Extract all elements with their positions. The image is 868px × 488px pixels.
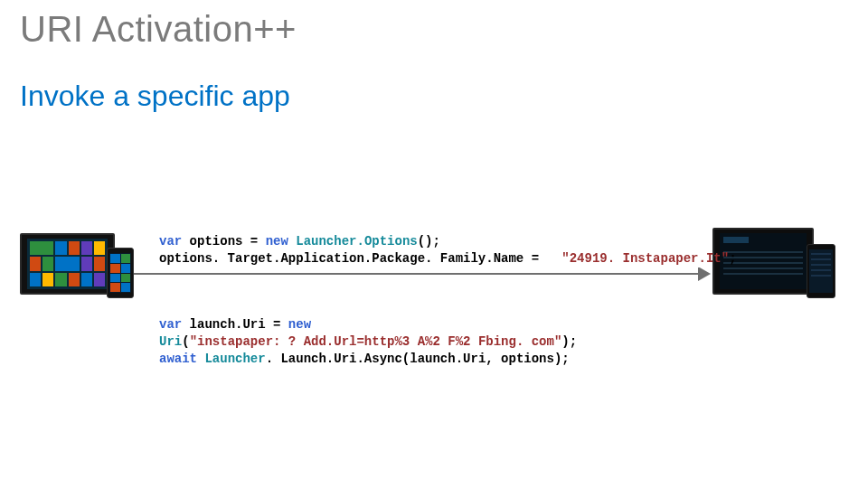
code-type: Uri (159, 334, 182, 349)
source-devices (20, 233, 146, 305)
code-keyword: await (159, 352, 197, 366)
phone-icon (107, 248, 134, 298)
code-text: ( (182, 334, 189, 349)
code-block-2: var launch.Uri = new Uri("instapaper: ? … (157, 316, 667, 368)
code-string: "instapaper: ? Add.Url=http%3 A%2 F%2 Fb… (190, 334, 562, 349)
code-type: Launcher (204, 352, 265, 366)
code-keyword: new (288, 317, 311, 332)
code-string: "24919. Instapaper.It" (561, 251, 729, 266)
code-text: options = (182, 234, 265, 249)
code-text: ; (729, 251, 736, 266)
code-text: options. Target.Application.Package. Fam… (159, 251, 546, 266)
code-text (546, 251, 561, 266)
page-subtitle: Invoke a specific app (20, 80, 290, 113)
code-keyword: new (266, 234, 288, 249)
phone-dark-icon (807, 244, 835, 298)
page-title: URI Activation++ (20, 9, 297, 50)
target-devices (712, 228, 848, 311)
code-type: Launcher.Options (296, 234, 417, 249)
code-text: ); (561, 334, 577, 349)
slide: URI Activation++ Invoke a specific app (0, 0, 868, 488)
code-text (288, 234, 296, 249)
code-keyword: var (159, 317, 182, 332)
code-block-1: var options = new Launcher.Options(); op… (157, 233, 703, 267)
code-keyword: var (159, 234, 182, 249)
code-text: (); (418, 234, 440, 249)
tablet-icon (20, 233, 115, 295)
code-text: launch.Uri = (182, 317, 288, 332)
code-text: . Launch.Uri.Async(launch.Uri, options); (266, 352, 570, 366)
